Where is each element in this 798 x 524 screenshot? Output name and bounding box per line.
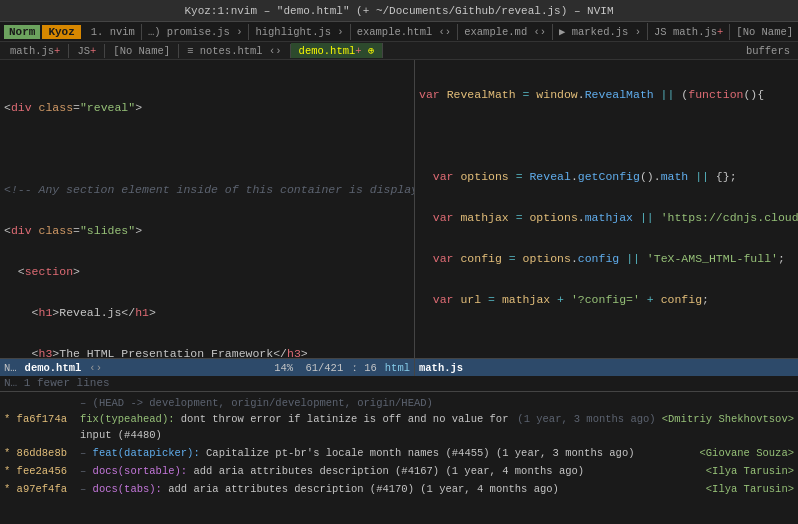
right-code-area[interactable]: var RevealMath = window.RevealMath || (f… <box>415 60 798 358</box>
right-filename: math.js <box>419 362 463 374</box>
buffers-label: buffers <box>746 45 796 57</box>
code-line: var options = Reveal.getConfig().math ||… <box>419 170 798 185</box>
git-hash: * a97ef4fa <box>4 481 74 497</box>
left-pct: 14% <box>274 362 293 374</box>
code-line: <h3>The HTML Presentation Framework</h3> <box>4 347 414 358</box>
git-log-entry: * a97ef4fa – docs(tabs): add aria attrib… <box>4 480 794 498</box>
buf-js[interactable]: JS+ <box>69 44 105 58</box>
left-editor-pane: <div class="reveal"> <!-- Any section el… <box>0 60 415 376</box>
tab-mathjs[interactable]: JS math.js+ <box>648 24 730 40</box>
git-desc: – feat(datapicker): Capitalize pt-br's l… <box>80 445 693 461</box>
left-vim-mode: N… <box>4 362 17 374</box>
tab-example-md[interactable]: example.md ‹› <box>458 24 553 40</box>
git-log-entry: * fee2a456 – docs(sortable): add aria at… <box>4 462 794 480</box>
code-line <box>419 334 798 349</box>
left-pane-info: 14% 61/421 ː 16 <box>274 361 377 374</box>
tab-noname[interactable]: [No Name] <box>730 24 798 40</box>
left-lang: html <box>385 362 410 374</box>
code-line: <h1>Reveal.js</h1> <box>4 306 414 321</box>
git-log-panel: * fa6f174a – (HEAD -> development, origi… <box>0 391 798 500</box>
buf-mathjs[interactable]: math.js+ <box>2 44 69 58</box>
git-hash: * 86dd8e8b <box>4 445 74 461</box>
git-time: (1 year, <box>517 411 567 427</box>
git-author: <Ilya Tarusin> <box>706 463 794 479</box>
tab-promise[interactable]: …) promise.js › <box>142 24 250 40</box>
git-time2: 3 months ago) <box>574 411 656 427</box>
git-desc: – docs(sortable): add aria attributes de… <box>80 463 700 479</box>
code-line: var RevealMath = window.RevealMath || (f… <box>419 88 798 103</box>
right-pane-statusbar: math.js jav_ JS 1% 1/88 ː 31 <box>415 358 798 376</box>
code-line: <section> <box>4 265 414 280</box>
left-pane-arrows: ‹› <box>89 362 102 374</box>
git-hash: * fee2a456 <box>4 463 74 479</box>
git-log-entry: * 86dd8e8b – feat(datapicker): Capitaliz… <box>4 444 794 462</box>
left-col: 16 <box>364 362 377 374</box>
git-log-entry: * fa6f174a – (HEAD -> development, origi… <box>4 394 794 444</box>
git-desc: – docs(tabs): add aria attributes descri… <box>80 481 700 497</box>
code-line: var url = mathjax + '?config=' + config; <box>419 293 798 308</box>
git-desc: – (HEAD -> development, origin/developme… <box>80 395 511 443</box>
tab-example-html[interactable]: example.html ‹› <box>351 24 459 40</box>
code-line <box>4 142 414 157</box>
code-line: var mathjax = options.mathjax || 'https:… <box>419 211 798 226</box>
buf-notes[interactable]: ≡ notes.html ‹› <box>179 44 291 58</box>
left-code-area[interactable]: <div class="reveal"> <!-- Any section el… <box>0 60 414 358</box>
vim-mode: Norm <box>4 25 40 39</box>
git-branch: Kyoz <box>42 25 80 39</box>
tab-nvim[interactable]: 1. nvim <box>85 24 142 40</box>
left-colon: ː <box>352 362 358 374</box>
code-line: <div class="slides"> <box>4 224 414 239</box>
tab-marked[interactable]: ▶ marked.js › <box>553 23 648 40</box>
left-pane-statusbar: N… demo.html ‹› 14% 61/421 ː 16 html <box>0 358 414 376</box>
git-author: <Giovane Souza> <box>699 445 794 461</box>
title-bar: Kyoz:1:nvim – "demo.html" (+ ~/Documents… <box>0 0 798 22</box>
fewer-lines-text: N… 1 fewer lines <box>4 377 110 389</box>
vim-statusbar-top: Norm Kyoz 1. nvim …) promise.js › highli… <box>0 22 798 42</box>
left-pos: 61/421 <box>305 362 343 374</box>
title-text: Kyoz:1:nvim – "demo.html" (+ ~/Documents… <box>184 5 613 17</box>
code-line: var config = options.config || 'TeX-AMS_… <box>419 252 798 267</box>
code-line <box>419 129 798 144</box>
buf-demo-active[interactable]: demo.html+ ⊕ <box>291 43 384 58</box>
git-hash: * fa6f174a <box>4 411 74 427</box>
fewer-lines-indicator: N… 1 fewer lines <box>0 376 798 391</box>
buf-noname[interactable]: [No Name] <box>105 44 179 58</box>
code-line: <!-- Any section element inside of this … <box>4 183 414 198</box>
buffer-tabbar: math.js+ JS+ [No Name] ≡ notes.html ‹› d… <box>0 42 798 60</box>
git-author: <Dmitriy Shekhovtsov> <box>662 411 794 427</box>
editor-split: <div class="reveal"> <!-- Any section el… <box>0 60 798 376</box>
left-filename: demo.html <box>25 362 82 374</box>
tab-highlight[interactable]: highlight.js › <box>249 24 350 40</box>
git-author: <Ilya Tarusin> <box>706 481 794 497</box>
right-editor-pane: var RevealMath = window.RevealMath || (f… <box>415 60 798 376</box>
code-line: <div class="reveal"> <box>4 101 414 116</box>
